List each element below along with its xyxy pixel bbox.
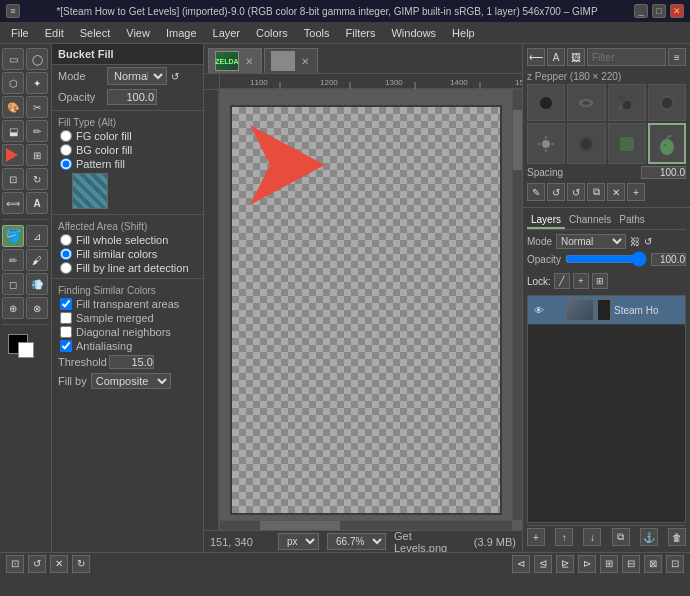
fill-by-select[interactable]: Composite <box>91 373 171 389</box>
image-tab-steam[interactable]: ✕ <box>264 48 318 73</box>
layers-mode-select[interactable]: Normal <box>556 234 626 249</box>
tool-paintbrush[interactable]: 🖌 <box>26 249 48 271</box>
tool-pencil[interactable]: ✏ <box>2 249 24 271</box>
menu-btn[interactable]: ≡ <box>6 4 20 18</box>
tool-text[interactable]: A <box>26 192 48 214</box>
lock-all-btn[interactable]: ⊞ <box>592 273 608 289</box>
scrollbar-thumb-h[interactable] <box>260 521 340 530</box>
tool-move[interactable] <box>2 144 24 166</box>
tool-rect-select[interactable]: ▭ <box>2 48 24 70</box>
tool-heal[interactable]: ⊗ <box>26 297 48 319</box>
background-color[interactable] <box>18 342 34 358</box>
menu-filters[interactable]: Filters <box>339 25 383 41</box>
bg-fill-radio[interactable] <box>60 144 72 156</box>
layers-raise-btn[interactable]: ↑ <box>555 528 573 546</box>
scrollbar-vertical[interactable] <box>512 90 522 520</box>
bottom-nav-8[interactable]: ⊡ <box>666 555 684 573</box>
opacity-input[interactable] <box>107 89 157 105</box>
brush-cell-1[interactable] <box>527 84 565 121</box>
layers-lower-btn[interactable]: ↓ <box>583 528 601 546</box>
diagonal-neighbors-check[interactable] <box>60 326 72 338</box>
brush-tool-2[interactable]: A <box>547 48 565 66</box>
fill-whole-radio[interactable] <box>60 234 72 246</box>
menu-edit[interactable]: Edit <box>38 25 71 41</box>
menu-image[interactable]: Image <box>159 25 204 41</box>
layers-duplicate-btn[interactable]: ⧉ <box>612 528 630 546</box>
menu-view[interactable]: View <box>119 25 157 41</box>
status-unit-select[interactable]: px <box>278 533 319 550</box>
brush-cell-2[interactable] <box>567 84 605 121</box>
brush-tool-1[interactable]: ⟵ <box>527 48 545 66</box>
fill-similar-radio[interactable] <box>60 248 72 260</box>
brush-new-btn[interactable]: ↺ <box>547 183 565 201</box>
canvas-container[interactable] <box>220 90 522 530</box>
layer-visibility-eye[interactable]: 👁 <box>532 303 546 317</box>
fill-lineart-radio[interactable] <box>60 262 72 274</box>
menu-colors[interactable]: Colors <box>249 25 295 41</box>
redo-btn[interactable]: ✕ <box>50 555 68 573</box>
tab-channels[interactable]: Channels <box>565 212 615 229</box>
layers-mode-reset[interactable]: ↺ <box>644 236 652 247</box>
pattern-fill-radio[interactable] <box>60 158 72 170</box>
scrollbar-horizontal[interactable] <box>220 520 512 530</box>
brush-cell-8[interactable] <box>648 123 686 164</box>
mode-reset[interactable]: ↺ <box>171 71 179 82</box>
spacing-input[interactable] <box>641 166 686 179</box>
tool-align[interactable]: ⊞ <box>26 144 48 166</box>
zoom-fit-btn[interactable]: ⊡ <box>6 555 24 573</box>
tool-bucket-fill[interactable]: 🪣 <box>2 225 24 247</box>
tool-foreground-select[interactable]: ⬓ <box>2 120 24 142</box>
tool-eraser[interactable]: ◻ <box>2 273 24 295</box>
brush-cell-4[interactable] <box>648 84 686 121</box>
tab-close-zelda[interactable]: ✕ <box>243 55 255 67</box>
layers-opacity-slider[interactable] <box>565 251 647 267</box>
tool-crop[interactable]: ⊡ <box>2 168 24 190</box>
brush-cell-3[interactable] <box>608 84 646 121</box>
tab-paths[interactable]: Paths <box>615 212 649 229</box>
lock-pixels-btn[interactable]: ╱ <box>554 273 570 289</box>
bottom-nav-5[interactable]: ⊞ <box>600 555 618 573</box>
undo-btn[interactable]: ↺ <box>28 555 46 573</box>
antialiasing-check[interactable] <box>60 340 72 352</box>
tool-transform[interactable]: ↻ <box>26 168 48 190</box>
menu-tools[interactable]: Tools <box>297 25 337 41</box>
brush-edit-btn[interactable]: ✎ <box>527 183 545 201</box>
minimize-btn[interactable]: _ <box>634 4 648 18</box>
layers-mode-chain[interactable]: ⛓ <box>630 236 640 247</box>
tool-scissors[interactable]: ✂ <box>26 96 48 118</box>
brush-cell-6[interactable] <box>567 123 605 164</box>
bottom-nav-4[interactable]: ⊳ <box>578 555 596 573</box>
tool-flip[interactable]: ⟺ <box>2 192 24 214</box>
scrollbar-thumb-v[interactable] <box>513 110 522 170</box>
brush-tool-3[interactable]: 🖼 <box>567 48 585 66</box>
close-btn[interactable]: ✕ <box>670 4 684 18</box>
brush-cell-7[interactable] <box>608 123 646 164</box>
tool-select-by-color[interactable]: 🎨 <box>2 96 24 118</box>
sample-merged-check[interactable] <box>60 312 72 324</box>
brush-cell-5[interactable] <box>527 123 565 164</box>
threshold-input[interactable] <box>109 355 154 369</box>
menu-select[interactable]: Select <box>73 25 118 41</box>
brush-delete-btn[interactable]: ✕ <box>607 183 625 201</box>
brushes-filter-input[interactable] <box>587 48 666 66</box>
menu-layer[interactable]: Layer <box>206 25 248 41</box>
pattern-swatch[interactable] <box>72 173 108 209</box>
menu-help[interactable]: Help <box>445 25 482 41</box>
tab-close-steam[interactable]: ✕ <box>299 55 311 67</box>
menu-file[interactable]: File <box>4 25 36 41</box>
layers-anchor-btn[interactable]: ⚓ <box>640 528 658 546</box>
bottom-nav-2[interactable]: ⊴ <box>534 555 552 573</box>
tool-paths[interactable]: ✏ <box>26 120 48 142</box>
menu-windows[interactable]: Windows <box>384 25 443 41</box>
maximize-btn[interactable]: □ <box>652 4 666 18</box>
tool-fuzzy-select[interactable]: ✦ <box>26 72 48 94</box>
history-btn[interactable]: ↻ <box>72 555 90 573</box>
fg-fill-radio[interactable] <box>60 130 72 142</box>
layers-opacity-input[interactable] <box>651 253 686 266</box>
bottom-nav-6[interactable]: ⊟ <box>622 555 640 573</box>
mode-select[interactable]: Normal <box>107 67 167 85</box>
image-tab-zelda[interactable]: ZELDA ✕ <box>208 48 262 73</box>
brush-copy-btn[interactable]: ⧉ <box>587 183 605 201</box>
brush-add-btn[interactable]: + <box>627 183 645 201</box>
tool-free-select[interactable]: ⬡ <box>2 72 24 94</box>
